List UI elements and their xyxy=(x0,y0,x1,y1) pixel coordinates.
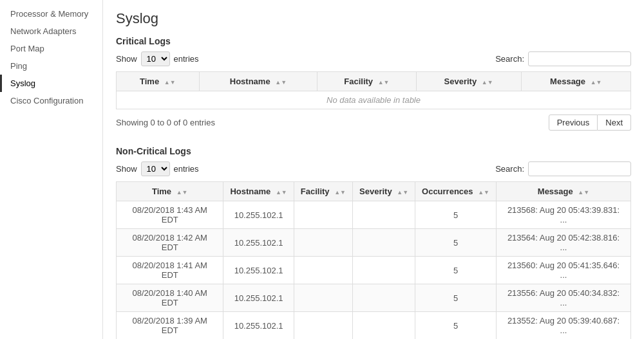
critical-showing-text: Showing 0 to 0 of 0 entries xyxy=(116,118,215,127)
nc-cell-message: 213564: Aug 20 05:42:38.816: ... xyxy=(496,229,630,257)
critical-col-message[interactable]: Message ▲▼ xyxy=(521,72,630,91)
nc-cell-severity xyxy=(353,257,415,284)
non-critical-search-input[interactable] xyxy=(528,161,631,176)
non-critical-search-label: Search: xyxy=(495,164,524,174)
main-content: Syslog Critical Logs Show 10 25 50 entri… xyxy=(103,0,644,339)
non-critical-show-entries: Show 10 25 50 entries xyxy=(116,161,199,176)
message-sort-icon: ▲▼ xyxy=(591,80,602,86)
nc-cell-occurrences: 5 xyxy=(415,284,497,312)
nc-cell-hostname: 10.255.102.1 xyxy=(223,201,294,229)
nc-cell-facility xyxy=(294,257,352,284)
nc-col-severity[interactable]: Severity ▲▼ xyxy=(353,182,415,201)
nc-hostname-sort-icon: ▲▼ xyxy=(276,190,287,196)
nc-cell-hostname: 10.255.102.1 xyxy=(223,312,294,340)
non-critical-table-header: Time ▲▼ Hostname ▲▼ Facility ▲▼ Severity… xyxy=(117,182,631,201)
nc-col-message[interactable]: Message ▲▼ xyxy=(496,182,630,201)
nc-cell-severity xyxy=(353,284,415,312)
critical-table-header: Time ▲▼ Hostname ▲▼ Facility ▲▼ Severity… xyxy=(117,72,631,91)
nc-cell-message: 213560: Aug 20 05:41:35.646: ... xyxy=(496,257,630,284)
nc-cell-occurrences: 5 xyxy=(415,229,497,257)
nc-cell-occurrences: 5 xyxy=(415,201,497,229)
critical-col-time[interactable]: Time ▲▼ xyxy=(117,72,200,91)
critical-logs-section: Critical Logs Show 10 25 50 entries Sear… xyxy=(116,36,631,131)
nc-cell-time: 08/20/2018 1:43 AM EDT xyxy=(117,201,223,229)
critical-logs-table: Time ▲▼ Hostname ▲▼ Facility ▲▼ Severity… xyxy=(116,71,631,109)
critical-show-entries: Show 10 25 50 entries xyxy=(116,51,199,66)
nc-cell-message: 213568: Aug 20 05:43:39.831: ... xyxy=(496,201,630,229)
sidebar-item-port-map[interactable]: Port Map xyxy=(0,40,102,57)
nc-col-occurrences[interactable]: Occurrences ▲▼ xyxy=(415,182,497,201)
non-critical-search-row: Search: xyxy=(495,161,631,176)
sidebar-item-ping[interactable]: Ping xyxy=(0,57,102,75)
non-critical-logs-title: Non-Critical Logs xyxy=(116,146,631,156)
page-title: Syslog xyxy=(116,10,631,27)
nc-col-facility[interactable]: Facility ▲▼ xyxy=(294,182,352,201)
non-critical-logs-section: Non-Critical Logs Show 10 25 50 entries … xyxy=(116,146,631,339)
non-critical-logs-table: Time ▲▼ Hostname ▲▼ Facility ▲▼ Severity… xyxy=(116,181,631,339)
sidebar-item-network-adapters[interactable]: Network Adapters xyxy=(0,23,102,40)
nc-cell-time: 08/20/2018 1:42 AM EDT xyxy=(117,229,223,257)
critical-search-input[interactable] xyxy=(528,51,631,66)
non-critical-logs-controls: Show 10 25 50 entries Search: xyxy=(116,161,631,176)
nc-cell-facility xyxy=(294,201,352,229)
nc-cell-severity xyxy=(353,312,415,340)
nc-cell-severity xyxy=(353,229,415,257)
nc-severity-sort-icon: ▲▼ xyxy=(397,190,408,196)
nc-cell-message: 213552: Aug 20 05:39:40.687: ... xyxy=(496,312,630,340)
nc-cell-occurrences: 5 xyxy=(415,257,497,284)
critical-logs-title: Critical Logs xyxy=(116,36,631,46)
critical-pagination: Showing 0 to 0 of 0 entries Previous Nex… xyxy=(116,115,631,131)
nc-cell-hostname: 10.255.102.1 xyxy=(223,257,294,284)
nc-cell-occurrences: 5 xyxy=(415,312,497,340)
critical-col-severity[interactable]: Severity ▲▼ xyxy=(416,72,521,91)
hostname-sort-icon: ▲▼ xyxy=(275,80,287,86)
critical-col-facility[interactable]: Facility ▲▼ xyxy=(317,72,416,91)
nc-facility-sort-icon: ▲▼ xyxy=(334,190,346,196)
nc-cell-hostname: 10.255.102.1 xyxy=(223,284,294,312)
nc-cell-hostname: 10.255.102.1 xyxy=(223,229,294,257)
nc-col-hostname[interactable]: Hostname ▲▼ xyxy=(223,182,294,201)
nc-occurrences-sort-icon: ▲▼ xyxy=(478,190,489,196)
time-sort-icon: ▲▼ xyxy=(164,80,176,86)
table-row: 08/20/2018 1:39 AM EDT10.255.102.1521355… xyxy=(117,312,631,340)
sidebar-item-processor-memory[interactable]: Processor & Memory xyxy=(0,5,102,23)
nc-cell-facility xyxy=(294,229,352,257)
critical-next-button[interactable]: Next xyxy=(598,115,631,131)
critical-pagination-buttons: Previous Next xyxy=(549,115,631,131)
nc-cell-severity xyxy=(353,201,415,229)
critical-entries-label: entries xyxy=(174,54,199,64)
critical-search-row: Search: xyxy=(495,51,631,66)
nc-cell-time: 08/20/2018 1:41 AM EDT xyxy=(117,257,223,284)
nc-cell-facility xyxy=(294,284,352,312)
table-row: 08/20/2018 1:41 AM EDT10.255.102.1521356… xyxy=(117,257,631,284)
sidebar: Processor & Memory Network Adapters Port… xyxy=(0,0,103,339)
critical-previous-button[interactable]: Previous xyxy=(549,115,598,131)
nc-time-sort-icon: ▲▼ xyxy=(176,190,188,196)
critical-show-label: Show xyxy=(116,54,137,64)
severity-sort-icon: ▲▼ xyxy=(482,80,493,86)
facility-sort-icon: ▲▼ xyxy=(378,80,390,86)
critical-logs-controls: Show 10 25 50 entries Search: xyxy=(116,51,631,66)
sidebar-item-syslog[interactable]: Syslog xyxy=(0,75,102,92)
sidebar-item-cisco-configuration[interactable]: Cisco Configuration xyxy=(0,92,102,109)
critical-col-hostname[interactable]: Hostname ▲▼ xyxy=(199,72,317,91)
nc-cell-time: 08/20/2018 1:40 AM EDT xyxy=(117,284,223,312)
table-row: 08/20/2018 1:43 AM EDT10.255.102.1521356… xyxy=(117,201,631,229)
table-row: 08/20/2018 1:42 AM EDT10.255.102.1521356… xyxy=(117,229,631,257)
nc-message-sort-icon: ▲▼ xyxy=(578,190,589,196)
table-row: 08/20/2018 1:40 AM EDT10.255.102.1521355… xyxy=(117,284,631,312)
critical-no-data-cell: No data available in table xyxy=(117,91,631,109)
nc-cell-facility xyxy=(294,312,352,340)
non-critical-entries-label: entries xyxy=(174,164,199,174)
nc-col-time[interactable]: Time ▲▼ xyxy=(117,182,223,201)
critical-entries-select[interactable]: 10 25 50 xyxy=(141,51,170,66)
critical-no-data-row: No data available in table xyxy=(117,91,631,109)
critical-search-label: Search: xyxy=(495,54,524,64)
non-critical-show-label: Show xyxy=(116,164,137,174)
non-critical-entries-select[interactable]: 10 25 50 xyxy=(141,161,170,176)
nc-cell-message: 213556: Aug 20 05:40:34.832: ... xyxy=(496,284,630,312)
nc-cell-time: 08/20/2018 1:39 AM EDT xyxy=(117,312,223,340)
